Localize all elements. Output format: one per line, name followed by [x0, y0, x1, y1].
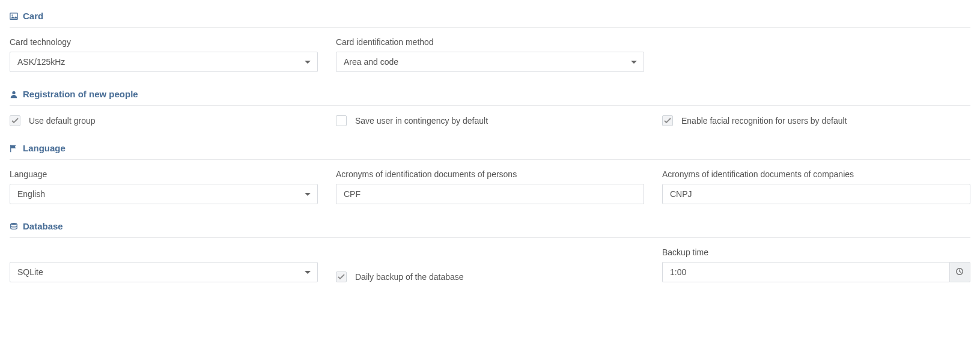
card-technology-select[interactable]: ASK/125kHz — [10, 52, 318, 72]
persons-doc-label: Acronyms of identification documents of … — [336, 169, 644, 179]
enable-facial-label: Enable facial recognition for users by d… — [681, 116, 847, 126]
svg-point-3 — [11, 222, 17, 225]
flag-icon — [10, 144, 18, 153]
svg-rect-0 — [10, 13, 17, 19]
card-idmethod-select[interactable]: Area and code — [336, 52, 644, 72]
section-registration-title: Registration of new people — [23, 89, 138, 99]
language-select[interactable]: English — [10, 184, 318, 204]
section-registration: Registration of new people Use default g… — [10, 89, 970, 126]
daily-backup-label: Daily backup of the database — [355, 272, 464, 282]
svg-point-1 — [11, 14, 13, 16]
card-idmethod-label: Card identification method — [336, 37, 644, 47]
database-icon — [10, 222, 18, 231]
section-database: Database SQLite Daily backup of the data… — [10, 221, 970, 282]
save-contingency-checkbox[interactable] — [336, 115, 347, 126]
section-database-header: Database — [10, 221, 970, 238]
backup-time-label: Backup time — [662, 247, 970, 257]
section-card: Card Card technology ASK/125kHz Card ide… — [10, 11, 970, 72]
enable-facial-checkbox[interactable] — [662, 115, 673, 126]
clock-addon-button[interactable] — [949, 262, 970, 282]
section-card-title: Card — [23, 11, 43, 21]
save-contingency-label: Save user in contingency by default — [355, 116, 488, 126]
language-label: Language — [10, 169, 318, 179]
section-registration-header: Registration of new people — [10, 89, 970, 106]
persons-doc-input[interactable] — [336, 184, 644, 204]
use-default-group-label: Use default group — [29, 116, 96, 126]
use-default-group-checkbox[interactable] — [10, 115, 20, 126]
svg-point-2 — [12, 91, 15, 94]
companies-doc-input[interactable] — [662, 184, 970, 204]
section-language: Language Language English Acronyms of id… — [10, 143, 970, 204]
companies-doc-label: Acronyms of identification documents of … — [662, 169, 970, 179]
section-database-title: Database — [23, 221, 63, 231]
image-icon — [10, 12, 18, 20]
clock-icon — [955, 267, 964, 278]
card-technology-label: Card technology — [10, 37, 318, 47]
section-language-title: Language — [23, 143, 65, 153]
section-card-header: Card — [10, 11, 970, 28]
database-engine-select[interactable]: SQLite — [10, 262, 318, 282]
section-language-header: Language — [10, 143, 970, 160]
daily-backup-checkbox[interactable] — [336, 272, 347, 282]
backup-time-input[interactable] — [662, 262, 949, 282]
user-icon — [10, 90, 18, 99]
